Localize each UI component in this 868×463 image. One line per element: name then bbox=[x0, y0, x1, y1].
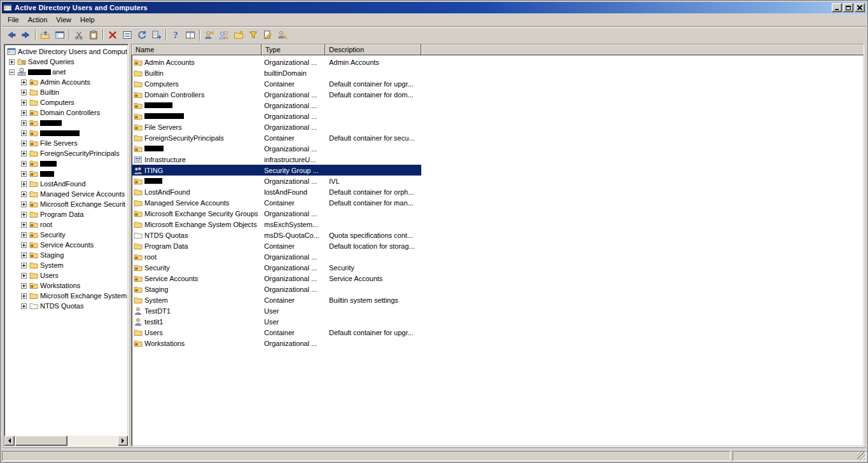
menu-view[interactable]: View bbox=[52, 14, 76, 25]
list-row-infrastructure[interactable]: InfrastructureinfrastructureU... bbox=[132, 154, 864, 165]
tree-item-workstations[interactable]: Workstations bbox=[4, 280, 128, 291]
tree-item-admin-accounts[interactable]: Admin Accounts bbox=[4, 77, 128, 87]
tree-item-builtin[interactable]: Builtin bbox=[4, 87, 128, 97]
tree-item-microsoft-exchange-securit[interactable]: Microsoft Exchange Securit bbox=[4, 199, 128, 209]
scroll-left-button[interactable] bbox=[4, 436, 15, 446]
tree-item-microsoft-exchange-system[interactable]: Microsoft Exchange System bbox=[4, 291, 128, 301]
column-header-description[interactable]: Description bbox=[325, 45, 421, 55]
resize-grip[interactable] bbox=[857, 452, 865, 460]
tree-item-users[interactable]: Users bbox=[4, 270, 128, 280]
expand-box[interactable] bbox=[21, 212, 27, 218]
menu-file[interactable]: File bbox=[3, 14, 24, 25]
list-row-microsoft-exchange-security-groups[interactable]: Microsoft Exchange Security GroupsOrgani… bbox=[132, 208, 864, 219]
tree-item-saved-queries[interactable]: Saved Queries bbox=[4, 57, 128, 67]
expand-box[interactable] bbox=[21, 181, 27, 187]
tree-item-service-accounts[interactable]: Service Accounts bbox=[4, 240, 128, 250]
tree-item-redacted[interactable] bbox=[4, 169, 128, 179]
expand-box[interactable] bbox=[9, 59, 15, 65]
expand-box[interactable] bbox=[21, 141, 27, 146]
tree-item-active-directory-users-and-comput[interactable]: Active Directory Users and Comput bbox=[4, 46, 128, 57]
expand-box[interactable] bbox=[21, 120, 27, 126]
list-row-redacted[interactable]: Organizational ... bbox=[132, 100, 864, 111]
list-row-redacted[interactable]: Organizational ... bbox=[132, 143, 864, 154]
list-row-ntds-quotas[interactable]: NTDS QuotasmsDS-QuotaCo...Quota specific… bbox=[132, 230, 864, 240]
show-console-tree-button[interactable] bbox=[52, 28, 67, 42]
tree-item-staging[interactable]: Staging bbox=[4, 250, 128, 260]
list-row-workstations[interactable]: WorkstationsOrganizational ... bbox=[132, 338, 864, 349]
create-ou-button[interactable] bbox=[231, 28, 246, 42]
list-row-redacted[interactable]: Organizational ... bbox=[132, 111, 864, 121]
maximize-button[interactable] bbox=[843, 3, 853, 12]
column-header-name[interactable]: Name bbox=[132, 45, 262, 55]
list-row-redacted[interactable]: Organizational ...IVL bbox=[132, 176, 864, 186]
list-row-admin-accounts[interactable]: Admin AccountsOrganizational ...Admin Ac… bbox=[132, 57, 864, 67]
title-bar[interactable]: Active Directory Users and Computers bbox=[2, 2, 866, 13]
list-row-file-servers[interactable]: File ServersOrganizational ... bbox=[132, 121, 864, 132]
set-filter-button[interactable] bbox=[246, 28, 260, 42]
paste-button[interactable] bbox=[86, 28, 101, 42]
list-row-computers[interactable]: ComputersContainerDefault container for … bbox=[132, 78, 864, 89]
list-row-iting[interactable]: ITINGSecurity Group ... bbox=[132, 165, 864, 176]
list-row-security[interactable]: SecurityOrganizational ...Security bbox=[132, 262, 864, 273]
column-header-type[interactable]: Type bbox=[262, 45, 325, 55]
list-row-managed-service-accounts[interactable]: Managed Service AccountsContainerDefault… bbox=[132, 197, 864, 208]
tree-item-anet[interactable]: anet bbox=[4, 67, 128, 77]
scroll-right-button[interactable] bbox=[118, 436, 128, 446]
expand-box[interactable] bbox=[21, 161, 27, 167]
delete-button[interactable] bbox=[105, 28, 120, 42]
create-user-button[interactable] bbox=[202, 28, 216, 42]
expand-box[interactable] bbox=[21, 303, 27, 309]
back-button[interactable] bbox=[4, 28, 18, 42]
list-row-foreignsecurityprincipals[interactable]: ForeignSecurityPrincipalsContainerDefaul… bbox=[132, 132, 864, 143]
export-list-button[interactable] bbox=[149, 28, 164, 42]
expand-box[interactable] bbox=[21, 151, 27, 156]
expand-box[interactable] bbox=[21, 222, 27, 228]
properties-button[interactable] bbox=[120, 28, 134, 42]
cut-button[interactable] bbox=[71, 28, 86, 42]
expand-box[interactable] bbox=[21, 79, 27, 85]
expand-box[interactable] bbox=[21, 90, 27, 95]
list-row-domain-controllers[interactable]: Domain ControllersOrganizational ...Defa… bbox=[132, 89, 864, 100]
expand-box[interactable] bbox=[21, 232, 27, 238]
tree-item-redacted[interactable] bbox=[4, 128, 128, 138]
edit-filter-button[interactable] bbox=[260, 28, 275, 42]
tree-item-foreignsecurityprincipals[interactable]: ForeignSecurityPrincipals bbox=[4, 148, 128, 158]
expand-box[interactable] bbox=[21, 252, 27, 258]
expand-box[interactable] bbox=[21, 202, 27, 207]
expand-box[interactable] bbox=[21, 110, 27, 116]
minimize-button[interactable] bbox=[832, 3, 842, 12]
list-row-microsoft-exchange-system-objects[interactable]: Microsoft Exchange System ObjectsmsExchS… bbox=[132, 219, 864, 230]
tree-item-managed-service-accounts[interactable]: Managed Service Accounts bbox=[4, 189, 128, 199]
list-row-system[interactable]: SystemContainerBuiltin system settings bbox=[132, 294, 864, 305]
tree-item-redacted[interactable] bbox=[4, 118, 128, 128]
tree-item-computers[interactable]: Computers bbox=[4, 97, 128, 107]
list-row-builtin[interactable]: BuiltinbuiltinDomain bbox=[132, 67, 864, 78]
menu-action[interactable]: Action bbox=[24, 14, 52, 25]
menu-help[interactable]: Help bbox=[76, 14, 99, 25]
expand-box[interactable] bbox=[21, 242, 27, 248]
expand-box[interactable] bbox=[21, 171, 27, 177]
list-row-service-accounts[interactable]: Service AccountsOrganizational ...Servic… bbox=[132, 273, 864, 284]
close-button[interactable] bbox=[855, 3, 865, 12]
expand-box[interactable] bbox=[21, 273, 27, 279]
tree-item-root[interactable]: root bbox=[4, 219, 128, 230]
view-options-button[interactable] bbox=[183, 28, 197, 42]
list-row-testdt1[interactable]: TestDT1User bbox=[132, 305, 864, 316]
expand-box[interactable] bbox=[21, 293, 27, 299]
expand-box[interactable] bbox=[21, 100, 27, 106]
tree-item-file-servers[interactable]: File Servers bbox=[4, 138, 128, 148]
expand-box[interactable] bbox=[21, 191, 27, 197]
forward-button[interactable] bbox=[18, 28, 33, 42]
up-one-level-button[interactable] bbox=[38, 28, 52, 42]
create-group-button[interactable] bbox=[216, 28, 231, 42]
list-row-users[interactable]: UsersContainerDefault container for upgr… bbox=[132, 327, 864, 338]
list-row-testit1[interactable]: testit1User bbox=[132, 316, 864, 327]
scroll-thumb[interactable] bbox=[15, 436, 67, 446]
tree-item-program-data[interactable]: Program Data bbox=[4, 209, 128, 219]
delegate-control-button[interactable] bbox=[275, 28, 290, 42]
tree-item-security[interactable]: Security bbox=[4, 230, 128, 240]
tree-item-domain-controllers[interactable]: Domain Controllers bbox=[4, 107, 128, 118]
collapse-box[interactable] bbox=[9, 69, 15, 75]
tree-horizontal-scrollbar[interactable] bbox=[4, 436, 128, 446]
tree-item-redacted[interactable] bbox=[4, 158, 128, 169]
